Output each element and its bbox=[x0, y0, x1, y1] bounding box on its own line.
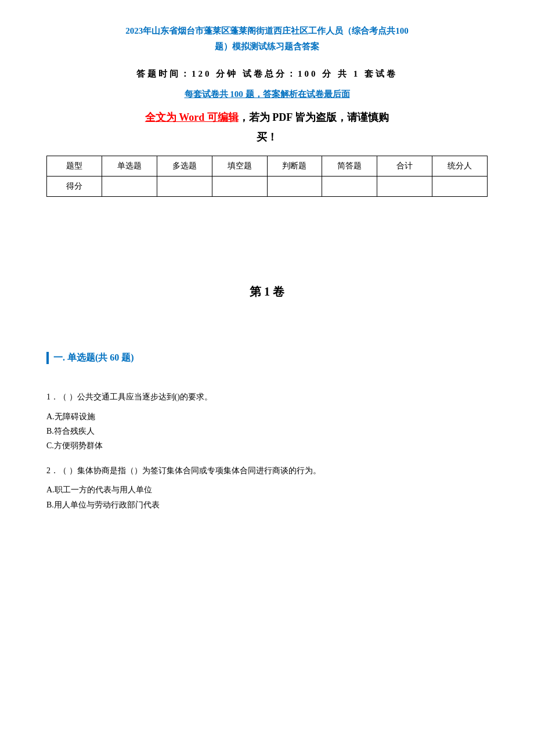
question-2-text: 2．（ ）集体协商是指（）为签订集体合同或专项集体合同进行商谈的行为。 bbox=[46, 463, 488, 478]
table-cell: 单选题 bbox=[102, 156, 157, 177]
score-table: 题型 单选题 多选题 填空题 判断题 简答题 合计 统分人 得分 bbox=[46, 156, 488, 197]
table-cell: 填空题 bbox=[212, 156, 267, 177]
table-cell bbox=[102, 177, 157, 197]
table-header-row: 题型 单选题 多选题 填空题 判断题 简答题 合计 统分人 bbox=[47, 156, 488, 177]
question-2: 2．（ ）集体协商是指（）为签订集体合同或专项集体合同进行商谈的行为。 A.职工… bbox=[46, 463, 488, 512]
page-container: 2023年山东省烟台市蓬莱区蓬莱阁街道西庄社区工作人员（综合考点共100 题）模… bbox=[46, 23, 488, 512]
table-cell bbox=[212, 177, 267, 197]
section1-title: 一. 单选题(共 60 题) bbox=[46, 352, 488, 364]
option-1c: C.方便弱势群体 bbox=[46, 438, 488, 453]
table-cell: 简答题 bbox=[322, 156, 377, 177]
option-1b: B.符合残疾人 bbox=[46, 424, 488, 438]
table-cell bbox=[267, 177, 322, 197]
exam-info: 答题时间：120 分钟 试卷总分：100 分 共 1 套试卷 bbox=[46, 69, 488, 80]
table-score-row: 得分 bbox=[47, 177, 488, 197]
table-cell bbox=[157, 177, 212, 197]
table-cell bbox=[322, 177, 377, 197]
underline-notice: 每套试卷共 100 题，答案解析在试卷最后面 bbox=[46, 89, 488, 100]
table-cell: 得分 bbox=[47, 177, 102, 197]
page-title: 2023年山东省烟台市蓬莱区蓬莱阁街道西庄社区工作人员（综合考点共100 题）模… bbox=[46, 23, 488, 55]
table-cell: 题型 bbox=[47, 156, 102, 177]
table-cell: 合计 bbox=[377, 156, 432, 177]
table-cell: 多选题 bbox=[157, 156, 212, 177]
question-1: 1．（ ）公共交通工具应当逐步达到()的要求。 A.无障碍设施 B.符合残疾人 … bbox=[46, 390, 488, 453]
option-1a: A.无障碍设施 bbox=[46, 409, 488, 424]
question-1-text: 1．（ ）公共交通工具应当逐步达到()的要求。 bbox=[46, 390, 488, 404]
table-cell: 判断题 bbox=[267, 156, 322, 177]
table-cell: 统分人 bbox=[432, 156, 488, 177]
word-notice: 全文为 Word 可编辑，若为 PDF 皆为盗版，请谨慎购 bbox=[46, 108, 488, 127]
buy-notice: 买！ bbox=[46, 130, 488, 144]
volume-title: 第 1 卷 bbox=[46, 284, 488, 300]
table-cell bbox=[432, 177, 488, 197]
table-cell bbox=[377, 177, 432, 197]
option-2a: A.职工一方的代表与用人单位 bbox=[46, 483, 488, 497]
option-2b: B.用人单位与劳动行政部门代表 bbox=[46, 498, 488, 512]
